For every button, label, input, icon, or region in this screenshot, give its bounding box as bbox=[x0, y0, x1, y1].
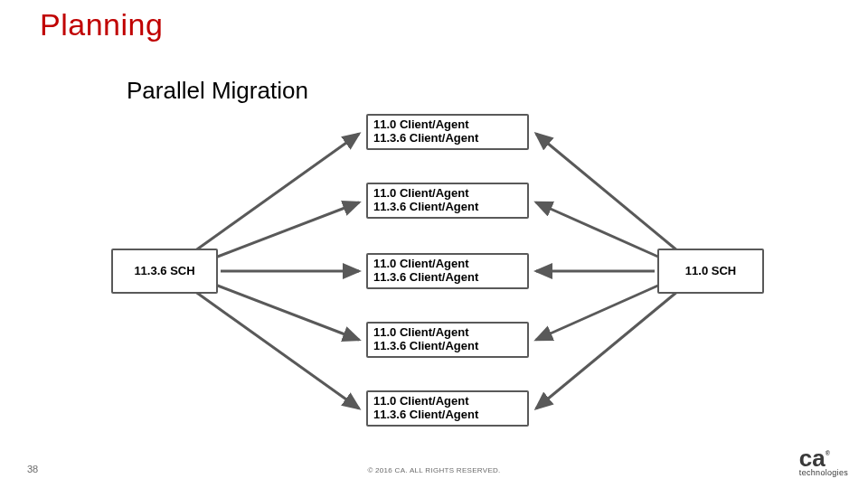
page-title: Planning bbox=[40, 7, 163, 42]
agent-line: 11.3.6 Client/Agent bbox=[373, 408, 478, 422]
left-scheduler-node: 11.3.6 SCH bbox=[111, 249, 218, 294]
ca-logo: ca® technologies bbox=[799, 449, 848, 477]
agent-node: 11.0 Client/Agent 11.3.6 Client/Agent bbox=[366, 183, 529, 219]
agent-line: 11.3.6 Client/Agent bbox=[373, 271, 478, 285]
copyright-text: © 2016 CA. ALL RIGHTS RESERVED. bbox=[367, 466, 500, 474]
agent-line: 11.0 Client/Agent bbox=[373, 187, 468, 201]
svg-line-8 bbox=[536, 285, 660, 340]
slide-number: 38 bbox=[27, 464, 38, 474]
agent-line: 11.3.6 Client/Agent bbox=[373, 340, 478, 353]
svg-line-3 bbox=[215, 285, 359, 340]
agent-line: 11.0 Client/Agent bbox=[373, 326, 468, 340]
agent-node: 11.0 Client/Agent 11.3.6 Client/Agent bbox=[366, 253, 529, 289]
svg-line-0 bbox=[194, 134, 359, 251]
svg-line-1 bbox=[215, 202, 359, 258]
svg-line-6 bbox=[536, 202, 660, 258]
agent-node: 11.0 Client/Agent 11.3.6 Client/Agent bbox=[366, 322, 529, 358]
agent-line: 11.3.6 Client/Agent bbox=[373, 132, 478, 145]
right-scheduler-label: 11.0 SCH bbox=[685, 265, 736, 278]
section-title: Parallel Migration bbox=[127, 77, 308, 105]
agent-node: 11.0 Client/Agent 11.3.6 Client/Agent bbox=[366, 390, 529, 427]
svg-line-9 bbox=[536, 291, 678, 408]
logo-main: ca bbox=[799, 449, 826, 468]
logo-trademark: ® bbox=[826, 449, 830, 456]
agent-line: 11.0 Client/Agent bbox=[373, 258, 468, 271]
svg-line-4 bbox=[194, 291, 359, 408]
logo-subtitle: technologies bbox=[799, 468, 848, 477]
agent-line: 11.3.6 Client/Agent bbox=[373, 201, 478, 214]
left-scheduler-label: 11.3.6 SCH bbox=[134, 265, 194, 278]
agent-line: 11.0 Client/Agent bbox=[373, 395, 468, 408]
svg-line-5 bbox=[536, 134, 678, 251]
agent-node: 11.0 Client/Agent 11.3.6 Client/Agent bbox=[366, 114, 529, 150]
right-scheduler-node: 11.0 SCH bbox=[657, 249, 764, 294]
agent-line: 11.0 Client/Agent bbox=[373, 118, 468, 132]
